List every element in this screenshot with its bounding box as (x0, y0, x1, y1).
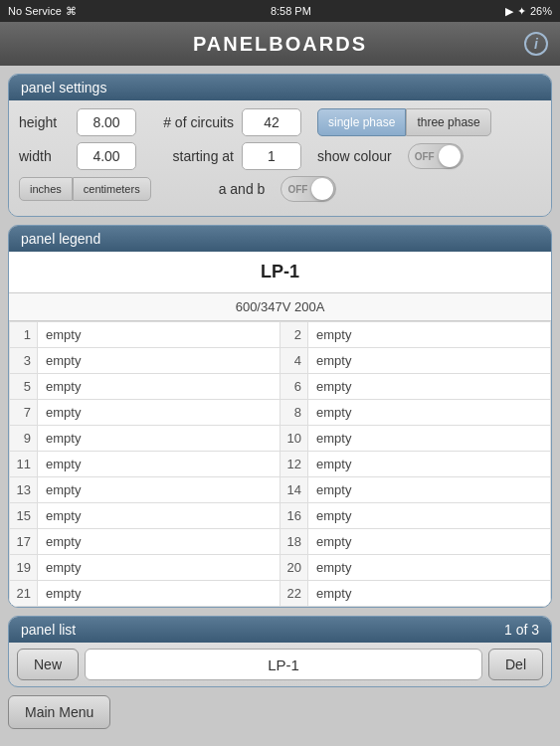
info-button[interactable]: i (524, 32, 548, 56)
del-panel-button[interactable]: Del (488, 649, 543, 680)
circuit-desc-right[interactable]: empty (308, 348, 551, 374)
circuit-num-right: 4 (280, 348, 308, 374)
starting-at-label: starting at (144, 148, 234, 164)
panel-list-body: New LP-1 Del (9, 643, 551, 686)
settings-row-2: width starting at show colour OFF (19, 142, 541, 170)
panel-legend-section: panel legend LP-1 600/347V 200A 1 empty … (8, 225, 552, 608)
circuit-desc-left[interactable]: empty (38, 426, 280, 452)
circuit-num-right: 22 (280, 581, 308, 607)
phase-buttons: single phase three phase (317, 108, 491, 136)
height-label: height (19, 114, 69, 130)
starting-at-input[interactable] (242, 142, 301, 170)
toggle-thumb (439, 145, 461, 167)
centimeters-button[interactable]: centimeters (73, 177, 151, 201)
main-menu-bar: Main Menu (8, 695, 552, 729)
circuit-num-right: 8 (280, 400, 308, 426)
legend-table: 1 empty 2 empty 3 empty 4 empty 5 empty … (9, 321, 551, 607)
circuit-desc-left[interactable]: empty (38, 348, 280, 374)
circuit-desc-left[interactable]: empty (38, 581, 280, 607)
table-row: 3 empty 4 empty (10, 348, 551, 374)
circuit-desc-left[interactable]: empty (38, 555, 280, 581)
status-right: ▶ ✦ 26% (505, 5, 552, 18)
circuit-num-left: 3 (10, 348, 38, 374)
legend-panel-spec: 600/347V 200A (9, 293, 551, 321)
circuit-num-right: 6 (280, 374, 308, 400)
table-row: 13 empty 14 empty (10, 477, 551, 503)
status-time: 8:58 PM (271, 5, 311, 17)
panel-list-section: panel list 1 of 3 New LP-1 Del (8, 616, 552, 687)
three-phase-button[interactable]: three phase (406, 108, 490, 136)
circuit-num-left: 21 (10, 581, 38, 607)
single-phase-button[interactable]: single phase (317, 108, 406, 136)
circuit-desc-right[interactable]: empty (308, 581, 551, 607)
wifi-icon: ⌘ (66, 5, 77, 18)
circuit-desc-left[interactable]: empty (38, 452, 280, 477)
bluetooth-icon: ✦ (517, 5, 526, 18)
circuits-input[interactable] (242, 108, 301, 136)
circuit-desc-left[interactable]: empty (38, 322, 280, 348)
battery-text: 26% (530, 5, 552, 17)
circuit-num-left: 15 (10, 503, 38, 529)
height-input[interactable] (77, 108, 136, 136)
circuit-desc-right[interactable]: empty (308, 426, 551, 452)
app-title: PANELBOARDS (193, 33, 367, 56)
show-colour-label: show colour (317, 148, 392, 164)
inches-button[interactable]: inches (19, 177, 73, 201)
circuit-num-right: 18 (280, 529, 308, 555)
circuit-num-left: 1 (10, 322, 38, 348)
panel-settings-body: height # of circuits single phase three … (9, 100, 551, 216)
table-row: 7 empty 8 empty (10, 400, 551, 426)
panel-list-page-info: 1 of 3 (504, 622, 539, 638)
circuit-desc-right[interactable]: empty (308, 555, 551, 581)
circuit-desc-left[interactable]: empty (38, 477, 280, 503)
circuit-desc-right[interactable]: empty (308, 503, 551, 529)
circuit-num-left: 7 (10, 400, 38, 426)
carrier-text: No Service (8, 5, 62, 17)
width-input[interactable] (77, 142, 136, 170)
circuit-num-right: 2 (280, 322, 308, 348)
status-bar: No Service ⌘ 8:58 PM ▶ ✦ 26% (0, 0, 560, 22)
circuit-desc-right[interactable]: empty (308, 529, 551, 555)
circuit-desc-left[interactable]: empty (38, 400, 280, 426)
status-left: No Service ⌘ (8, 5, 77, 18)
new-panel-button[interactable]: New (17, 649, 79, 680)
panel-settings-header: panel settings (9, 75, 551, 100)
circuit-desc-right[interactable]: empty (308, 452, 551, 477)
circuit-desc-right[interactable]: empty (308, 322, 551, 348)
a-and-b-toggle-label: OFF (287, 184, 307, 195)
circuit-num-left: 11 (10, 452, 38, 477)
circuit-num-right: 14 (280, 477, 308, 503)
show-colour-toggle[interactable]: OFF (408, 143, 464, 169)
circuit-num-left: 5 (10, 374, 38, 400)
circuit-desc-left[interactable]: empty (38, 503, 280, 529)
table-row: 5 empty 6 empty (10, 374, 551, 400)
circuit-num-left: 17 (10, 529, 38, 555)
panel-legend-scroll[interactable]: LP-1 600/347V 200A 1 empty 2 empty 3 emp… (9, 252, 551, 607)
circuit-desc-left[interactable]: empty (38, 374, 280, 400)
table-row: 1 empty 2 empty (10, 322, 551, 348)
table-row: 17 empty 18 empty (10, 529, 551, 555)
panel-legend-label: panel legend (21, 231, 100, 247)
a-and-b-toggle-container: OFF (280, 176, 336, 202)
info-icon: i (534, 36, 538, 52)
circuit-num-left: 19 (10, 555, 38, 581)
width-label: width (19, 148, 69, 164)
show-colour-toggle-container: OFF (408, 143, 464, 169)
title-bar: PANELBOARDS i (0, 22, 560, 66)
unit-buttons: inches centimeters (19, 177, 151, 201)
circuit-desc-left[interactable]: empty (38, 529, 280, 555)
main-menu-button[interactable]: Main Menu (8, 695, 110, 729)
current-panel-name: LP-1 (268, 656, 299, 673)
current-panel-display: LP-1 (85, 649, 482, 680)
circuit-num-left: 13 (10, 477, 38, 503)
circuit-num-right: 12 (280, 452, 308, 477)
panel-list-header: panel list 1 of 3 (9, 617, 551, 643)
panel-settings-section: panel settings height # of circuits sing… (8, 74, 552, 217)
circuit-desc-right[interactable]: empty (308, 400, 551, 426)
a-and-b-toggle[interactable]: OFF (280, 176, 336, 202)
circuit-desc-right[interactable]: empty (308, 477, 551, 503)
a-and-b-toggle-thumb (311, 178, 333, 200)
circuit-num-right: 10 (280, 426, 308, 452)
circuit-desc-right[interactable]: empty (308, 374, 551, 400)
circuit-num-left: 9 (10, 426, 38, 452)
